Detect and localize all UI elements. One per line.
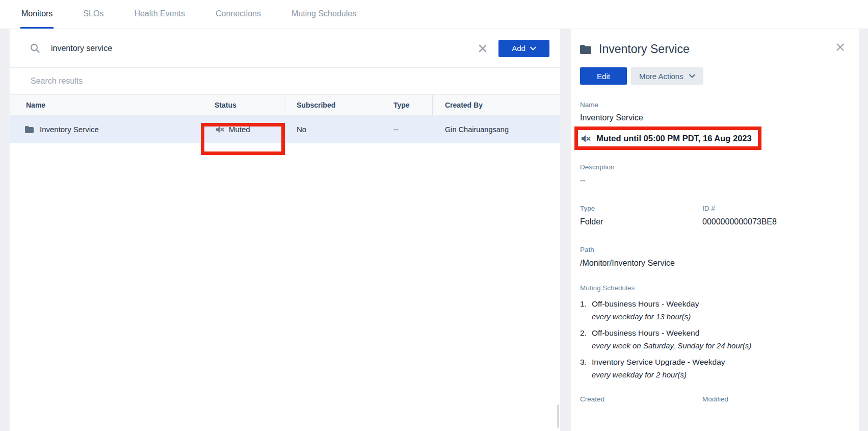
tab-health-events[interactable]: Health Events xyxy=(133,0,186,29)
schedule-detail: every week on Saturday, Sunday for 24 ho… xyxy=(592,341,845,350)
column-header-name[interactable]: Name xyxy=(10,95,202,115)
tab-monitors[interactable]: Monitors xyxy=(20,0,54,29)
description-value: -- xyxy=(580,176,845,185)
id-label: ID # xyxy=(702,205,845,212)
column-header-created-by[interactable]: Created By xyxy=(433,95,560,115)
top-tab-bar: Monitors SLOs Health Events Connections … xyxy=(0,0,868,29)
modified-label: Modified xyxy=(702,395,845,403)
row-name-cell[interactable]: Inventory Service xyxy=(10,125,202,134)
id-value: 0000000000073BE8 xyxy=(702,217,845,226)
schedule-number: 1. xyxy=(580,299,592,309)
schedule-name: Inventory Service Upgrade - Weekday xyxy=(592,358,725,367)
scrollbar-thumb[interactable] xyxy=(557,404,559,428)
path-section: Path /Monitor/Inventory Service xyxy=(580,246,845,268)
close-icon[interactable] xyxy=(836,43,845,52)
muted-icon xyxy=(581,135,591,143)
search-results-label: Search results xyxy=(10,68,560,95)
clear-search-icon[interactable] xyxy=(478,44,487,53)
schedule-name: Off-business Hours - Weekday xyxy=(592,299,699,309)
details-panel: Inventory Service Edit More Actions Name… xyxy=(571,29,859,431)
add-button[interactable]: Add xyxy=(498,40,549,57)
column-header-type[interactable]: Type xyxy=(381,95,433,115)
muting-schedule-item: 1. Off-business Hours - Weekday every we… xyxy=(580,299,845,321)
muting-schedule-item: 3. Inventory Service Upgrade - Weekday e… xyxy=(580,358,845,379)
folder-icon xyxy=(25,126,34,133)
name-section: Name Inventory Service xyxy=(580,101,845,122)
row-status-cell: Muted xyxy=(202,125,284,134)
details-header: Inventory Service xyxy=(580,42,845,56)
monitors-list-panel: inventory service Add Search results Nam… xyxy=(10,29,560,431)
row-subscribed-cell: No xyxy=(284,125,381,134)
type-value: Folder xyxy=(580,217,702,226)
search-bar: inventory service Add xyxy=(10,29,560,68)
more-actions-label: More Actions xyxy=(639,72,683,81)
row-status-label: Muted xyxy=(229,125,250,134)
created-modified-section: Created Modified xyxy=(580,395,845,403)
tab-connections[interactable]: Connections xyxy=(215,0,262,29)
edit-button[interactable]: Edit xyxy=(580,67,627,85)
column-header-subscribed[interactable]: Subscribed xyxy=(284,95,381,115)
column-header-status[interactable]: Status xyxy=(202,95,284,115)
schedule-detail: every weekday for 2 hour(s) xyxy=(592,370,845,379)
description-section: Description -- xyxy=(580,163,845,185)
details-actions: Edit More Actions xyxy=(580,67,845,85)
tab-muting-schedules[interactable]: Muting Schedules xyxy=(291,0,357,29)
description-label: Description xyxy=(580,163,845,171)
schedule-number: 3. xyxy=(580,358,592,367)
tab-slos[interactable]: SLOs xyxy=(82,0,104,29)
chevron-down-icon xyxy=(530,46,536,50)
row-created-by-cell: Gin Chairuangsang xyxy=(433,125,560,134)
details-title: Inventory Service xyxy=(599,42,690,56)
type-label: Type xyxy=(580,205,702,212)
schedule-number: 2. xyxy=(580,328,592,338)
muted-icon xyxy=(216,126,224,133)
schedule-name: Off-business Hours - Weekend xyxy=(592,328,699,338)
muting-schedules-section: Muting Schedules 1. Off-business Hours -… xyxy=(580,284,845,379)
created-label: Created xyxy=(580,395,702,403)
schedule-detail: every weekday for 13 hour(s) xyxy=(592,312,845,321)
path-label: Path xyxy=(580,246,845,253)
muting-schedule-item: 2. Off-business Hours - Weekend every we… xyxy=(580,328,845,350)
search-icon xyxy=(30,43,40,53)
row-type-cell: -- xyxy=(381,125,433,134)
more-actions-button[interactable]: More Actions xyxy=(631,67,703,85)
table-row[interactable]: Inventory Service Muted No -- Gin Chairu… xyxy=(10,115,560,143)
row-name-label: Inventory Service xyxy=(40,125,99,134)
name-label: Name xyxy=(580,101,845,109)
add-button-label: Add xyxy=(512,44,525,53)
muted-until-text: Muted until 05:00 PM PDT, 16 Aug 2023 xyxy=(596,134,752,143)
table-header: Name Status Subscribed Type Created By xyxy=(10,95,560,115)
type-id-section: Type ID # Folder 0000000000073BE8 xyxy=(580,205,845,226)
chevron-down-icon xyxy=(689,74,695,78)
name-value: Inventory Service xyxy=(580,113,845,122)
muted-until-status: Muted until 05:00 PM PDT, 16 Aug 2023 xyxy=(581,134,752,143)
search-input[interactable]: inventory service xyxy=(51,44,478,53)
muting-schedules-label: Muting Schedules xyxy=(580,284,845,292)
path-value: /Monitor/Inventory Service xyxy=(580,259,845,268)
folder-icon xyxy=(580,45,591,54)
